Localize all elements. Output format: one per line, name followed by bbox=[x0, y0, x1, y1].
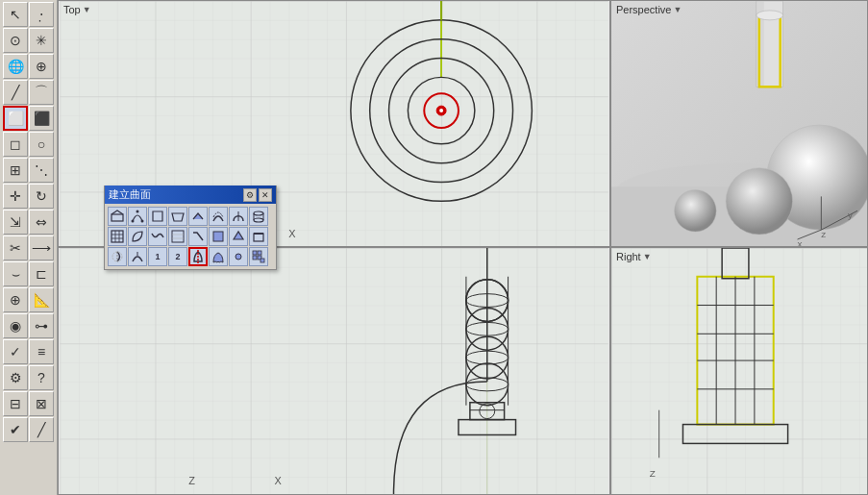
render-tool[interactable]: ◉ bbox=[3, 313, 28, 338]
surface-icon-2rail[interactable]: 2 bbox=[168, 247, 187, 266]
box-tool[interactable]: ◻ bbox=[3, 132, 28, 157]
surface-icon-ghost[interactable] bbox=[209, 247, 228, 266]
surface-icon-sweep1[interactable] bbox=[229, 207, 248, 226]
snap-tool[interactable]: ✓ bbox=[3, 339, 28, 364]
extend-tool[interactable]: ⟶ bbox=[29, 235, 54, 260]
toolbar-row-6: ◻ ○ bbox=[3, 132, 54, 157]
surface-icon-heightfield[interactable] bbox=[168, 227, 187, 246]
svg-marker-71 bbox=[172, 213, 184, 221]
toolbar-row-4: ╱ ⌒ bbox=[3, 80, 54, 105]
surface-icon-rail[interactable] bbox=[128, 247, 147, 266]
nurb-tool[interactable]: ⋱ bbox=[29, 158, 54, 183]
toolbar-row-16: ⊟ ⊠ bbox=[3, 391, 54, 416]
surface-icon-1rail[interactable]: 1 bbox=[148, 247, 167, 266]
slash-tool[interactable]: ╱ bbox=[29, 417, 54, 442]
arc-tool[interactable]: ⌒ bbox=[29, 80, 54, 105]
point-tool[interactable]: ·̣ bbox=[29, 2, 54, 27]
svg-text:Z: Z bbox=[650, 468, 656, 479]
svg-marker-70 bbox=[153, 211, 162, 221]
svg-point-42 bbox=[756, 11, 783, 20]
rotate-tool[interactable]: ↻ bbox=[29, 184, 54, 209]
svg-point-11 bbox=[439, 109, 443, 112]
viewport-top-title: Top bbox=[63, 4, 81, 15]
surface-panel-close-btn[interactable]: ✕ bbox=[259, 188, 272, 202]
svg-point-73 bbox=[254, 211, 263, 215]
svg-rect-82 bbox=[172, 231, 184, 242]
surface-icon-edge[interactable] bbox=[188, 207, 208, 226]
surface-icon-net[interactable] bbox=[108, 227, 127, 246]
select-tool[interactable]: ↖ bbox=[3, 2, 28, 27]
view-tool[interactable]: ⊟ bbox=[3, 391, 28, 416]
surface-icon-drape[interactable] bbox=[148, 227, 167, 246]
analyze-tool[interactable]: 📐 bbox=[29, 287, 54, 312]
line-tool[interactable]: ╱ bbox=[3, 80, 28, 105]
surface-icon-3pt[interactable] bbox=[128, 207, 147, 226]
surface-icon-revolve[interactable] bbox=[108, 247, 127, 266]
surface-icon-4pt[interactable] bbox=[168, 207, 187, 226]
offset-tool[interactable]: ⊏ bbox=[29, 261, 54, 286]
svg-point-44 bbox=[726, 168, 792, 235]
surface-panel: 建立曲面 ⚙ ✕ bbox=[104, 186, 277, 270]
toolbar-row-9: ⇲ ⇔ bbox=[3, 210, 54, 235]
trim-tool[interactable]: ✂ bbox=[3, 235, 28, 260]
pt2-tool[interactable]: ⊕ bbox=[29, 54, 54, 79]
svg-rect-85 bbox=[213, 232, 223, 241]
viewport-right-dropdown-arrow[interactable]: ▼ bbox=[643, 252, 652, 261]
surface-icon-fill[interactable] bbox=[209, 227, 228, 246]
surface-icon-blend[interactable] bbox=[188, 227, 208, 246]
surface-active-tool[interactable]: ⬜ bbox=[3, 106, 28, 131]
svg-rect-93 bbox=[253, 251, 257, 255]
solid-tool[interactable]: ⬛ bbox=[29, 106, 54, 131]
curve-tool[interactable]: ⊙ bbox=[3, 28, 28, 53]
viewport-right-label[interactable]: Right ▼ bbox=[616, 251, 652, 262]
mirror-tool[interactable]: ⇔ bbox=[29, 210, 54, 235]
toolbar-row-7: ⊞ ⋱ bbox=[3, 158, 54, 183]
viewport-top-label[interactable]: Top ▼ bbox=[63, 4, 91, 15]
surface-icon-cap[interactable] bbox=[229, 227, 248, 246]
surface-icon-plane[interactable] bbox=[108, 207, 127, 226]
fan-tool[interactable]: ✳ bbox=[29, 28, 54, 53]
surface-panel-title[interactable]: 建立曲面 ⚙ ✕ bbox=[105, 186, 276, 204]
surface-panel-settings-btn[interactable]: ⚙ bbox=[243, 188, 257, 202]
viewport-right[interactable]: Right ▼ Z bbox=[610, 247, 868, 495]
viewport-top-dropdown-arrow[interactable]: ▼ bbox=[83, 5, 91, 14]
viewport-perspective-dropdown-arrow[interactable]: ▼ bbox=[673, 5, 682, 14]
svg-text:X: X bbox=[288, 228, 296, 239]
toolbar-row-10: ✂ ⟶ bbox=[3, 235, 54, 260]
surface-icon-dot[interactable] bbox=[229, 247, 248, 266]
layer-tool[interactable]: ≡ bbox=[29, 339, 54, 364]
boolean-tool[interactable]: ⊕ bbox=[3, 287, 28, 312]
toolbar-row-15: ⚙ ? bbox=[3, 365, 54, 390]
svg-rect-94 bbox=[258, 251, 261, 255]
scale-tool[interactable]: ⇲ bbox=[3, 210, 28, 235]
right-viewport-grid: Z bbox=[611, 248, 867, 494]
move-tool[interactable]: ✛ bbox=[3, 184, 28, 209]
surface-panel-icons-grid: 1 2 bbox=[105, 204, 276, 269]
svg-rect-16 bbox=[60, 248, 608, 494]
surface-icon-extrude-curve[interactable] bbox=[209, 207, 228, 226]
toolbar-row-14: ✓ ≡ bbox=[3, 339, 54, 364]
world-tool[interactable]: 🌐 bbox=[3, 54, 28, 79]
surface-icon-array[interactable] bbox=[249, 247, 268, 266]
surface-panel-title-icons: ⚙ ✕ bbox=[243, 188, 272, 202]
fillet-tool[interactable]: ⌣ bbox=[3, 261, 28, 286]
toolbar-row-1: ↖ ·̣ bbox=[3, 2, 54, 27]
surface-icon-trim[interactable] bbox=[249, 227, 268, 246]
surface-panel-title-text: 建立曲面 bbox=[109, 187, 151, 202]
sphere-tool[interactable]: ○ bbox=[29, 132, 54, 157]
surface-icon-loft[interactable] bbox=[249, 207, 268, 226]
surface-icon-patch[interactable] bbox=[128, 227, 147, 246]
left-toolbar: ↖ ·̣ ⊙ ✳ 🌐 ⊕ ╱ ⌒ ⬜ ⬛ ◻ ○ ⊞ ⋱ ✛ ↻ ⇲ ⇔ ✂ ⟶… bbox=[0, 0, 58, 495]
cam-tool[interactable]: ⊠ bbox=[29, 391, 54, 416]
svg-point-92 bbox=[236, 254, 241, 260]
surface-icon-corner[interactable] bbox=[148, 207, 167, 226]
mesh-tool[interactable]: ⊞ bbox=[3, 158, 28, 183]
viewport-perspective-label[interactable]: Perspective ▼ bbox=[616, 4, 682, 15]
viewport-perspective[interactable]: Perspective ▼ bbox=[610, 0, 868, 247]
help-tool[interactable]: ? bbox=[29, 365, 54, 390]
checkmark-tool[interactable]: ✔ bbox=[3, 417, 28, 442]
gear-tool[interactable]: ⚙ bbox=[3, 365, 28, 390]
surface-icon-lathe[interactable] bbox=[188, 247, 208, 266]
viewport-front[interactable]: Z X bbox=[58, 247, 610, 495]
dim-tool[interactable]: ⊶ bbox=[29, 313, 54, 338]
